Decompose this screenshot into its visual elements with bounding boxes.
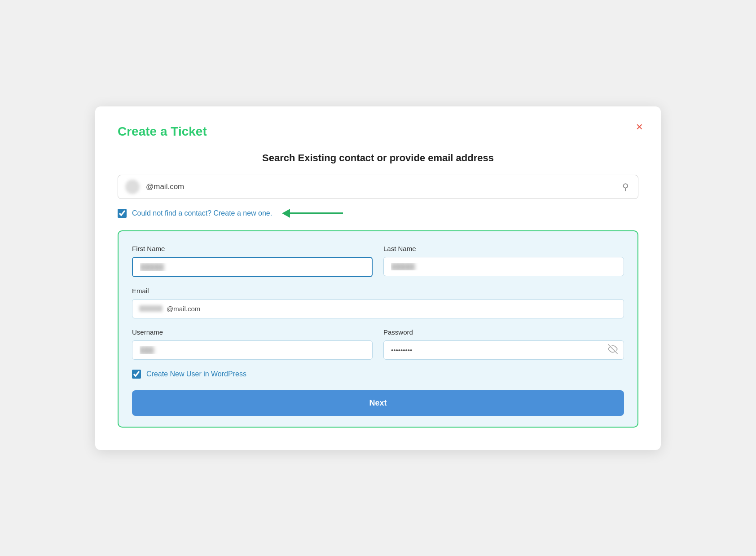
eye-off-icon — [608, 347, 618, 356]
password-toggle-button[interactable] — [608, 344, 618, 356]
search-icon: ⚲ — [622, 182, 629, 192]
next-button[interactable]: Next — [132, 390, 624, 416]
username-group: Username — [132, 328, 373, 360]
password-wrapper — [383, 340, 624, 360]
credentials-row: Username Password — [132, 328, 624, 360]
first-name-label: First Name — [132, 245, 373, 252]
modal-title: Create a Ticket — [118, 124, 638, 139]
search-input[interactable] — [146, 182, 620, 191]
close-button[interactable]: × — [634, 119, 645, 134]
arrow-line — [289, 212, 343, 214]
search-section-heading: Search Existing contact or provide email… — [118, 152, 638, 164]
username-input[interactable] — [132, 340, 373, 360]
new-contact-form: First Name Last Name Email Username — [118, 230, 638, 428]
first-name-input[interactable] — [132, 257, 373, 277]
name-row: First Name Last Name — [132, 245, 624, 277]
arrow-indicator — [282, 209, 343, 218]
wp-checkbox-row: Create New User in WordPress — [132, 370, 624, 379]
new-contact-checkbox[interactable] — [118, 209, 127, 218]
username-label: Username — [132, 328, 373, 336]
search-bar: ⚲ — [118, 175, 638, 199]
create-ticket-modal: Create a Ticket × Search Existing contac… — [95, 106, 661, 450]
password-group: Password — [383, 328, 624, 360]
search-button[interactable]: ⚲ — [620, 181, 631, 192]
email-group: Email — [132, 287, 624, 318]
last-name-label: Last Name — [383, 245, 624, 252]
email-input[interactable] — [132, 299, 624, 318]
email-row: Email — [132, 287, 624, 318]
password-input[interactable] — [383, 340, 624, 360]
new-contact-label[interactable]: Could not find a contact? Create a new o… — [132, 209, 272, 217]
search-avatar — [125, 180, 140, 194]
wp-checkbox-label[interactable]: Create New User in WordPress — [146, 370, 246, 378]
new-contact-checkbox-row: Could not find a contact? Create a new o… — [118, 209, 638, 218]
email-label: Email — [132, 287, 624, 295]
first-name-group: First Name — [132, 245, 373, 277]
last-name-group: Last Name — [383, 245, 624, 277]
wp-checkbox[interactable] — [132, 370, 141, 379]
last-name-input[interactable] — [383, 257, 624, 276]
password-label: Password — [383, 328, 624, 336]
